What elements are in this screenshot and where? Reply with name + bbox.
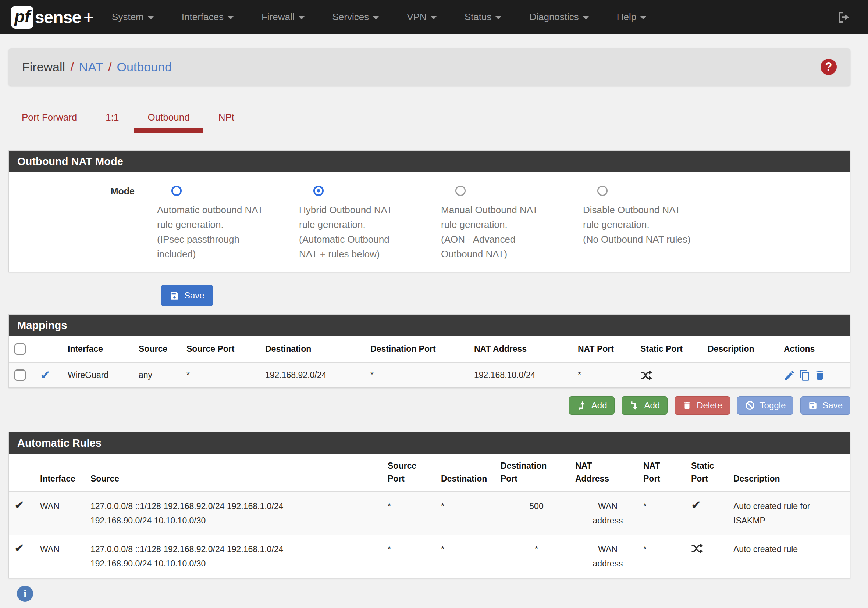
- cell-nat-address: WAN address: [575, 492, 643, 535]
- menu-status[interactable]: Status: [451, 0, 516, 34]
- col-destination: Destination: [441, 453, 501, 492]
- cell-nat-address: WAN address: [575, 535, 643, 578]
- menu-system[interactable]: System: [98, 0, 168, 34]
- cell-interface: WAN: [40, 492, 90, 535]
- info-icon[interactable]: i: [17, 586, 33, 602]
- col-nat-address: NAT Address: [474, 336, 578, 362]
- cell-destination: *: [441, 492, 501, 535]
- delete-selected-button[interactable]: Delete: [674, 396, 730, 415]
- rule-enabled-check-icon: ✔: [14, 498, 24, 512]
- mode-option-label: Automatic outbound NAT rule generation. …: [157, 203, 299, 261]
- save-mode-button[interactable]: Save: [161, 285, 213, 306]
- mappings-panel: Mappings Interface Source Source Port De…: [8, 314, 850, 388]
- col-actions: Actions: [784, 336, 850, 362]
- caret-down-icon: [431, 16, 437, 20]
- row-checkbox[interactable]: [14, 370, 26, 381]
- radio-hybrid-selected[interactable]: [313, 186, 324, 196]
- menu-interfaces[interactable]: Interfaces: [168, 0, 248, 34]
- plus-logo-text: +: [84, 7, 93, 27]
- tab-1-1[interactable]: 1:1: [92, 107, 132, 133]
- cell-static-port: ✔: [691, 492, 733, 535]
- cell-nat-port: *: [578, 362, 640, 387]
- tab-outbound[interactable]: Outbound: [134, 107, 203, 133]
- cell-destination: *: [441, 535, 501, 578]
- static-port-check-icon: ✔: [691, 498, 701, 512]
- caret-down-icon: [495, 16, 501, 20]
- top-navbar: pf sense + System Interfaces Firewall Se…: [0, 0, 868, 34]
- col-nat-port: NAT Port: [643, 453, 691, 492]
- breadcrumb-section: Firewall: [22, 60, 65, 74]
- mode-option-hybrid: Hybrid Outbound NAT rule generation. (Au…: [299, 186, 441, 261]
- col-static-port: Static Port: [691, 453, 733, 492]
- cell-description: Auto created rule for ISAKMP: [733, 492, 850, 535]
- cell-description: Auto created rule: [733, 535, 850, 578]
- panel-title-outbound-nat-mode: Outbound NAT Mode: [9, 151, 850, 172]
- col-destination: Destination: [265, 336, 370, 362]
- outbound-nat-mode-panel: Outbound NAT Mode Mode Automatic outboun…: [8, 150, 850, 272]
- col-source: Source: [90, 453, 388, 492]
- col-nat-port: NAT Port: [578, 336, 640, 362]
- floppy-save-icon: [808, 401, 818, 410]
- automatic-rules-table: Interface Source Source Port Destination…: [9, 453, 850, 578]
- menu-firewall[interactable]: Firewall: [248, 0, 319, 34]
- cell-nat-port: *: [643, 492, 691, 535]
- menu-diagnostics[interactable]: Diagnostics: [515, 0, 603, 34]
- radio-automatic[interactable]: [171, 186, 182, 196]
- cell-interface: WAN: [40, 535, 90, 578]
- select-all-checkbox[interactable]: [14, 343, 26, 355]
- cell-source: 127.0.0.0/8 ::1/128 192.168.92.0/24 192.…: [90, 535, 388, 578]
- mode-options: Automatic outbound NAT rule generation. …: [157, 186, 725, 261]
- edit-icon[interactable]: [784, 370, 795, 381]
- mode-option-label: Manual Outbound NAT rule generation. (AO…: [441, 203, 583, 261]
- ban-icon: [745, 400, 755, 411]
- pf-logo-mark: pf: [11, 6, 34, 29]
- toggle-selected-button[interactable]: Toggle: [737, 396, 794, 415]
- mode-option-manual: Manual Outbound NAT rule generation. (AO…: [441, 186, 583, 261]
- shuffle-random-port-icon: [691, 542, 730, 555]
- mode-option-automatic: Automatic outbound NAT rule generation. …: [157, 186, 299, 261]
- floppy-save-icon: [169, 291, 180, 301]
- radio-disable[interactable]: [597, 186, 608, 196]
- col-destination-port: Destination Port: [370, 336, 474, 362]
- menu-vpn[interactable]: VPN: [393, 0, 450, 34]
- tab-npt[interactable]: NPt: [205, 107, 248, 133]
- mappings-table: Interface Source Source Port Destination…: [9, 336, 850, 387]
- cell-source-port: *: [388, 535, 441, 578]
- sense-logo-text: sense: [34, 7, 81, 27]
- save-button-label: Save: [184, 291, 205, 301]
- shuffle-random-port-icon: [640, 369, 705, 382]
- pfsense-logo[interactable]: pf sense +: [11, 6, 93, 29]
- breadcrumb-separator: /: [108, 60, 112, 74]
- radio-manual[interactable]: [455, 186, 466, 196]
- cell-nat-port: *: [643, 535, 691, 578]
- mappings-header-row: Interface Source Source Port Destination…: [9, 336, 850, 362]
- rule-enabled-check-icon[interactable]: ✔: [40, 368, 51, 382]
- breadcrumb-page-outbound[interactable]: Outbound: [117, 60, 172, 74]
- add-rule-bottom-button[interactable]: Add: [622, 396, 668, 415]
- mode-option-label: Hybrid Outbound NAT rule generation. (Au…: [299, 203, 441, 261]
- mode-form-row: Mode Automatic outbound NAT rule generat…: [9, 172, 850, 272]
- level-up-icon: [577, 401, 587, 411]
- help-icon[interactable]: ?: [820, 59, 837, 75]
- status-column-header: [40, 336, 68, 362]
- tab-port-forward[interactable]: Port Forward: [8, 107, 90, 133]
- cell-source: 127.0.0.0/8 ::1/128 192.168.92.0/24 192.…: [90, 492, 388, 535]
- add-rule-top-button[interactable]: Add: [569, 396, 615, 415]
- caret-down-icon: [373, 16, 379, 20]
- cell-nat-address: 192.168.10.0/24: [474, 362, 578, 387]
- breadcrumb-link-nat[interactable]: NAT: [79, 60, 103, 74]
- col-nat-address: NAT Address: [575, 453, 643, 492]
- caret-down-icon: [583, 16, 589, 20]
- sign-out-icon[interactable]: [837, 10, 851, 25]
- menu-help[interactable]: Help: [603, 0, 660, 34]
- main-menu: System Interfaces Firewall Services VPN …: [98, 0, 660, 34]
- mappings-actions-bar: Add Add Delete Toggle Save: [8, 396, 850, 415]
- col-interface: Interface: [40, 453, 90, 492]
- save-mappings-button[interactable]: Save: [800, 396, 850, 415]
- col-description: Description: [733, 453, 850, 492]
- cell-source-port: *: [186, 362, 265, 387]
- cell-description: [708, 362, 784, 387]
- delete-icon[interactable]: [814, 370, 826, 381]
- menu-services[interactable]: Services: [319, 0, 393, 34]
- copy-icon[interactable]: [799, 370, 811, 381]
